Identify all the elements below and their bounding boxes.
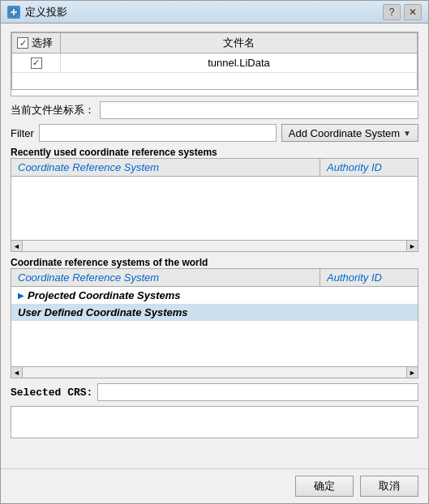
world-h-scrollbar[interactable]: ◄ ► <box>11 366 418 378</box>
title-bar: 定义投影 ? ✕ <box>1 1 428 23</box>
world-col-authority: Authority ID <box>320 269 418 286</box>
tree-item-projected[interactable]: ▶ Projected Coordinate Systems <box>11 287 418 304</box>
file-table-empty <box>12 73 417 89</box>
recently-h-scrollbar[interactable]: ◄ ► <box>11 240 418 251</box>
bottom-bar: 确定 取消 <box>1 468 428 503</box>
world-scroll-right-button[interactable]: ► <box>406 367 418 378</box>
file-table-header-filename: 文件名 <box>61 33 417 53</box>
tree-item-userdefined[interactable]: User Defined Coordinate Systems <box>11 304 418 321</box>
filter-row: Filter Add Coordinate System ▼ <box>11 124 418 142</box>
world-section: Coordinate reference systems of the worl… <box>11 257 418 378</box>
world-scroll-left-button[interactable]: ◄ <box>11 367 23 378</box>
recently-table-body <box>11 177 418 240</box>
close-button[interactable]: ✕ <box>404 4 422 20</box>
selected-crs-row: Selected CRS: <box>11 383 418 401</box>
file-row-checkbox[interactable] <box>31 58 42 69</box>
selected-crs-label: Selected CRS: <box>11 387 92 399</box>
world-table-body: ▶ Projected Coordinate Systems User Defi… <box>11 287 418 366</box>
file-row-filename: tunnel.LiData <box>61 53 417 72</box>
filter-label: Filter <box>11 127 34 139</box>
recently-crs-table: Coordinate Reference System Authority ID… <box>11 158 418 252</box>
world-col-crs: Coordinate Reference System <box>11 269 320 286</box>
scroll-right-button[interactable]: ► <box>406 241 418 252</box>
current-coord-input[interactable] <box>100 101 418 119</box>
scroll-left-button[interactable]: ◄ <box>11 241 23 252</box>
userdefined-crs-label: User Defined Coordinate Systems <box>18 306 188 318</box>
select-all-checkbox[interactable] <box>17 37 28 49</box>
current-coord-row: 当前文件坐标系： <box>11 101 418 119</box>
recently-section-label: Recently used coordinate reference syste… <box>11 147 418 158</box>
file-table: 选择 文件名 tunnel.LiData <box>11 32 418 96</box>
filter-input[interactable] <box>39 124 277 142</box>
recently-table-header: Coordinate Reference System Authority ID <box>11 159 418 177</box>
window-title: 定义投影 <box>25 5 67 19</box>
ok-button[interactable]: 确定 <box>295 476 354 497</box>
title-bar-left: 定义投影 <box>7 5 67 19</box>
current-coord-label: 当前文件坐标系： <box>11 103 95 117</box>
window-icon <box>7 6 20 19</box>
selected-crs-textarea[interactable] <box>11 406 418 438</box>
add-coordinate-system-button[interactable]: Add Coordinate System ▼ <box>281 124 418 142</box>
recently-col-authority: Authority ID <box>320 159 418 176</box>
recently-table-empty <box>11 177 418 225</box>
world-table-empty <box>11 321 418 353</box>
content-area: 选择 文件名 tunnel.LiData 当前文件坐标系： <box>1 23 428 468</box>
file-table-header: 选择 文件名 <box>12 33 417 53</box>
world-table-header: Coordinate Reference System Authority ID <box>11 269 418 287</box>
recently-section: Recently used coordinate reference syste… <box>11 147 418 252</box>
cancel-button[interactable]: 取消 <box>360 476 418 497</box>
table-row: tunnel.LiData <box>12 53 417 73</box>
file-table-header-select: 选择 <box>12 33 61 53</box>
projected-crs-label: Projected Coordinate Systems <box>28 289 181 301</box>
help-button[interactable]: ? <box>383 4 401 20</box>
tree-arrow-projected: ▶ <box>18 291 24 300</box>
recently-col-crs: Coordinate Reference System <box>11 159 320 176</box>
main-window: 定义投影 ? ✕ 选择 文件名 <box>0 0 429 504</box>
world-crs-table: Coordinate Reference System Authority ID… <box>11 268 418 378</box>
dropdown-arrow-icon: ▼ <box>403 129 411 138</box>
world-section-label: Coordinate reference systems of the worl… <box>11 257 418 268</box>
selected-crs-input[interactable] <box>97 383 418 401</box>
file-table-inner: 选择 文件名 tunnel.LiData <box>11 32 418 90</box>
title-bar-buttons: ? ✕ <box>383 4 422 20</box>
file-row-checkbox-cell <box>12 53 61 72</box>
